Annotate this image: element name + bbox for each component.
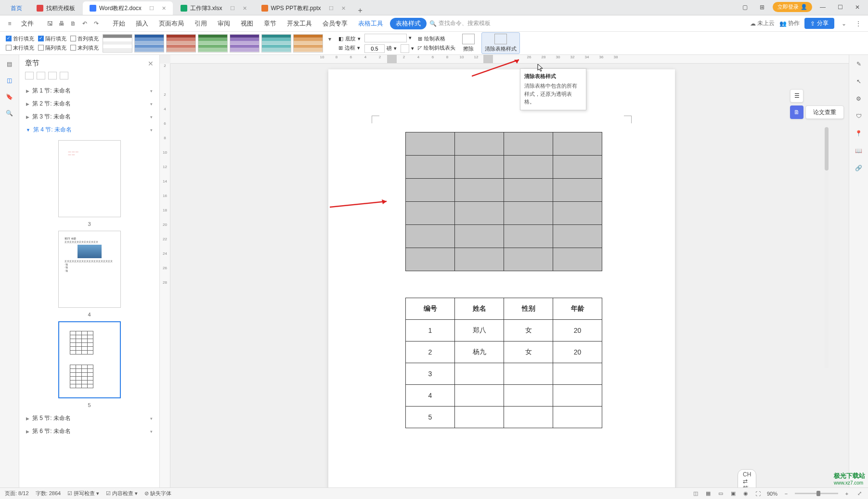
read-mode-icon[interactable]: ◉ <box>742 490 750 498</box>
border-dropdown[interactable]: 边框 <box>345 44 355 52</box>
style-gray[interactable] <box>103 34 132 53</box>
page-thumbnail-selected[interactable] <box>58 321 121 398</box>
panel-tool[interactable] <box>48 72 57 79</box>
style-orange[interactable] <box>293 34 323 53</box>
zoom-slider[interactable] <box>795 493 838 494</box>
print-icon[interactable]: 🖶 <box>57 19 66 28</box>
login-button[interactable]: 立即登录👤 <box>773 2 812 12</box>
view-icon[interactable]: ▭ <box>717 490 725 498</box>
view-icon[interactable]: ▦ <box>704 490 712 498</box>
search-icon[interactable]: 🔍 <box>4 108 15 118</box>
gallery-more[interactable]: ▾ <box>325 34 335 44</box>
cursor-icon[interactable]: ↖ <box>854 76 864 87</box>
close-icon[interactable]: ✕ <box>341 5 346 12</box>
book-icon[interactable]: 📖 <box>854 145 864 156</box>
style-green[interactable] <box>198 34 228 53</box>
section-item[interactable]: ▶第 5 节: 未命名▾ <box>23 412 155 425</box>
page-indicator[interactable]: 页面: 8/12 <box>5 490 29 497</box>
color-picker[interactable] <box>401 44 409 53</box>
menu-review[interactable]: 审阅 <box>214 17 234 30</box>
section-item[interactable]: ▶第 3 节: 未命名▾ <box>23 110 155 123</box>
redo-icon[interactable]: ↷ <box>91 19 101 28</box>
close-icon[interactable]: ☐ <box>230 5 235 12</box>
command-search[interactable]: 🔍查找命令、搜索模板 <box>429 19 491 27</box>
expand-icon[interactable]: ⤢ <box>855 490 863 498</box>
menu-member[interactable]: 会员专享 <box>319 17 351 30</box>
menu-section[interactable]: 章节 <box>260 17 280 30</box>
close-icon[interactable]: ✕ <box>243 5 247 12</box>
menu-tablestyle[interactable]: 表格样式 <box>390 18 427 29</box>
canvas[interactable]: 1086422468101226283032343638 22468101214… <box>160 55 849 489</box>
chk-firstcol[interactable]: 首列填充 <box>70 35 99 42</box>
grid-icon[interactable]: ⊞ <box>755 2 769 12</box>
chevron-down-icon[interactable]: ⌄ <box>839 19 849 28</box>
layout-tool[interactable]: ☰ <box>790 89 803 103</box>
style-blue[interactable] <box>134 34 164 53</box>
data-table[interactable]: 编号姓名性别年龄 1郑八女20 2杨九女20 3 4 5 <box>405 298 602 428</box>
spellcheck-toggle[interactable]: ☑ 拼写检查 ▾ <box>67 490 99 497</box>
chk-firstrow[interactable]: 首行填充 <box>6 35 34 42</box>
close-button[interactable]: ✕ <box>851 2 864 12</box>
word-count[interactable]: 字数: 2864 <box>36 490 61 497</box>
menu-view[interactable]: 视图 <box>237 17 257 30</box>
missing-font[interactable]: ⊘ 缺失字体 <box>144 490 171 497</box>
save-icon[interactable]: 🖫 <box>45 19 55 28</box>
vertical-ruler[interactable]: 2246810121416182022242628 <box>160 64 170 489</box>
fullscreen-icon[interactable]: ⛶ <box>754 490 762 498</box>
draw-diagonal[interactable]: 绘制斜线表头 <box>424 44 455 52</box>
chk-lastrow[interactable]: 末行填充 <box>6 44 34 52</box>
document-page[interactable]: 编号姓名性别年龄 1郑八女20 2杨九女20 3 4 5 CH ⇄ 简 <box>328 69 675 489</box>
style-purple[interactable] <box>230 34 259 53</box>
more-icon[interactable]: ⋮ <box>854 19 863 28</box>
menu-dev[interactable]: 开发工具 <box>283 17 316 30</box>
panel-tool[interactable] <box>25 72 34 79</box>
section-item[interactable]: ▶第 6 节: 未命名▾ <box>23 425 155 438</box>
menu-ref[interactable]: 引用 <box>191 17 211 30</box>
page-thumbnail[interactable]: — — —— — <box>58 140 121 217</box>
pencil-icon[interactable]: ✎ <box>854 59 864 69</box>
zoom-level[interactable]: 90% <box>767 491 777 497</box>
line-style-select[interactable] <box>364 34 407 42</box>
tab-home[interactable]: 首页 <box>4 1 29 15</box>
contentcheck-toggle[interactable]: ☑ 内容检查 ▾ <box>106 490 138 497</box>
hamburger-icon[interactable]: ≡ <box>5 19 14 28</box>
zoom-in[interactable]: + <box>843 490 851 498</box>
draw-table[interactable]: 绘制表格 <box>424 35 445 42</box>
shield-icon[interactable]: 🛡 <box>854 111 864 121</box>
tab-ppt[interactable]: WPS PPT教程.pptx☐✕ <box>255 1 352 15</box>
panel-tool[interactable] <box>37 72 45 79</box>
panel-tool[interactable] <box>60 72 68 79</box>
style-red[interactable] <box>166 34 196 53</box>
chevron-down-icon[interactable]: ▾ <box>409 35 412 41</box>
layout-icon[interactable]: ▢ <box>738 2 751 12</box>
maximize-button[interactable]: ☐ <box>833 2 847 12</box>
line-width-input[interactable] <box>364 44 385 53</box>
outline-icon[interactable]: ▤ <box>4 59 15 69</box>
chk-altrow[interactable]: 隔行填充 <box>38 35 66 42</box>
chevron-down-icon[interactable]: ▾ <box>358 36 361 42</box>
sections-icon[interactable]: ◫ <box>4 75 15 86</box>
ime-pill[interactable]: CH ⇄ 简 <box>738 469 756 489</box>
menu-tabletools[interactable]: 表格工具 <box>354 17 387 30</box>
tab-word-doc[interactable]: Word教程2.docx☐✕ <box>83 1 173 15</box>
clear-table-style-button[interactable]: 清除表格样式 <box>481 32 520 54</box>
chk-lastcol[interactable]: 末列填充 <box>70 44 99 52</box>
zoom-out[interactable]: − <box>782 490 790 498</box>
section-item-active[interactable]: ▼第 4 节: 未命名▾ <box>23 123 155 136</box>
tab-add[interactable]: + <box>353 6 367 15</box>
preview-icon[interactable]: 🗎 <box>68 19 78 28</box>
chk-altcol[interactable]: 隔列填充 <box>38 44 66 52</box>
erase-button[interactable]: 擦除 <box>459 33 478 53</box>
page-thumbnail[interactable]: 第1节 标题正文正文正文正文正文正文正文正文正文正文正文正文正文正文正文正文正文… <box>58 231 121 308</box>
tab-template[interactable]: 找稻壳模板 <box>30 1 82 15</box>
vertical-scrollbar[interactable] <box>825 127 829 368</box>
file-menu[interactable]: 文件 <box>17 17 38 30</box>
coop-button[interactable]: 👥协作 <box>779 19 800 27</box>
style-teal[interactable] <box>261 34 291 53</box>
chevron-down-icon[interactable]: ▾ <box>357 45 360 51</box>
section-item[interactable]: ▶第 1 节: 未命名▾ <box>23 84 155 97</box>
location-icon[interactable]: 📍 <box>854 128 864 139</box>
chevron-down-icon[interactable]: ▾ <box>394 45 397 52</box>
close-icon[interactable]: ✕ <box>162 5 166 12</box>
share-button[interactable]: ⇪分享 <box>804 18 834 29</box>
